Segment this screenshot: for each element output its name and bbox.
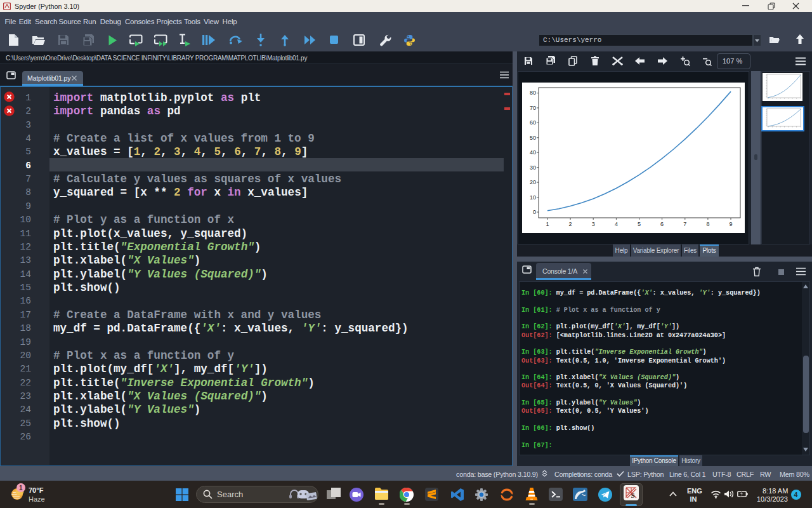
svg-text:0: 0 — [533, 209, 536, 215]
svg-text:70: 70 — [530, 105, 536, 111]
svg-text:20: 20 — [530, 179, 536, 185]
svg-text:30: 30 — [530, 164, 536, 171]
svg-text:5: 5 — [638, 221, 641, 227]
svg-text:4: 4 — [615, 221, 618, 227]
svg-text:9: 9 — [729, 221, 732, 227]
svg-text:7: 7 — [683, 221, 686, 227]
svg-text:10: 10 — [530, 194, 536, 201]
svg-text:1: 1 — [546, 221, 549, 227]
svg-text:50: 50 — [530, 135, 536, 141]
svg-text:8: 8 — [706, 221, 709, 227]
svg-text:60: 60 — [530, 119, 536, 126]
svg-text:2: 2 — [569, 221, 572, 227]
svg-text:40: 40 — [530, 149, 536, 156]
svg-text:80: 80 — [530, 90, 536, 96]
svg-text:3: 3 — [592, 221, 595, 227]
svg-text:6: 6 — [660, 221, 664, 227]
svg-text:S: S — [631, 491, 635, 499]
